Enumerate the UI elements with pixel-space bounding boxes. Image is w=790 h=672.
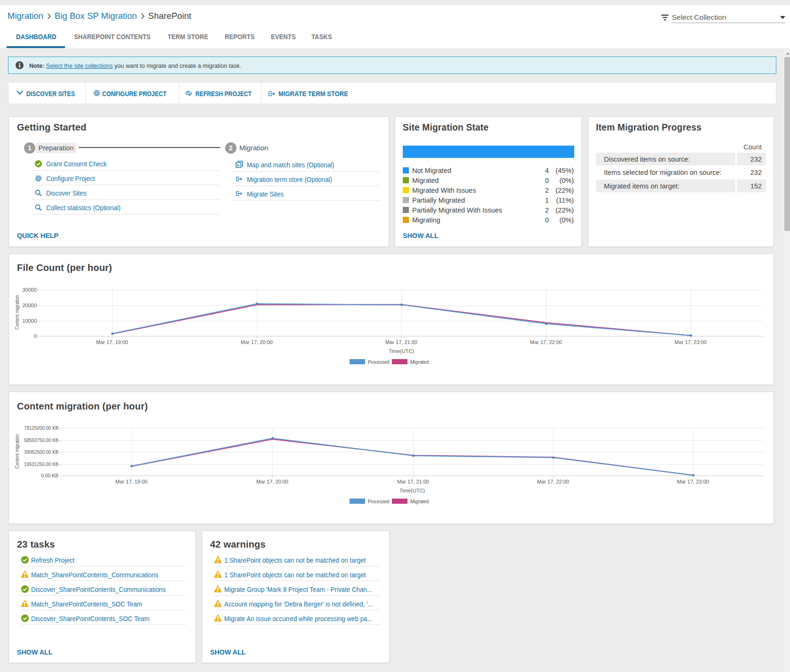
svg-text:10000: 10000 — [22, 318, 37, 324]
svg-text:Mar 17, 20:00: Mar 17, 20:00 — [241, 339, 273, 345]
svg-text:Mar 17, 19:00: Mar 17, 19:00 — [96, 339, 128, 345]
svg-text:Mar 17, 22:00: Mar 17, 22:00 — [537, 479, 569, 484]
svg-text:Mar 17, 23:00: Mar 17, 23:00 — [677, 479, 709, 484]
svg-text:Mar 17, 21:00: Mar 17, 21:00 — [397, 479, 429, 484]
svg-text:Processed: Processed — [368, 499, 389, 504]
svg-text:Migrated: Migrated — [410, 499, 429, 504]
svg-text:Mar 17, 21:00: Mar 17, 21:00 — [385, 339, 417, 345]
svg-text:78125000.00 KB: 78125000.00 KB — [24, 425, 58, 431]
svg-text:Content migration: Content migration — [14, 295, 20, 329]
svg-text:0.00 KB: 0.00 KB — [41, 473, 58, 478]
svg-text:Processed: Processed — [368, 359, 389, 365]
svg-text:39062500.00 KB: 39062500.00 KB — [24, 449, 58, 455]
svg-text:Migrated: Migrated — [410, 359, 429, 365]
svg-text:20000: 20000 — [22, 303, 37, 308]
svg-text:0: 0 — [34, 333, 37, 339]
svg-text:Mar 17, 22:00: Mar 17, 22:00 — [530, 339, 562, 345]
svg-text:Mar 17, 19:00: Mar 17, 19:00 — [115, 479, 147, 484]
svg-text:Time(UTC): Time(UTC) — [399, 488, 425, 493]
svg-text:Mar 17, 20:00: Mar 17, 20:00 — [256, 479, 288, 484]
svg-text:Content migration: Content migration — [14, 434, 20, 468]
svg-text:Mar 17, 23:00: Mar 17, 23:00 — [675, 339, 707, 345]
svg-text:Time(UTC): Time(UTC) — [389, 348, 414, 354]
svg-text:19531250.00 KB: 19531250.00 KB — [24, 461, 58, 467]
svg-text:58593750.00 KB: 58593750.00 KB — [24, 437, 58, 443]
svg-text:30000: 30000 — [22, 287, 37, 293]
